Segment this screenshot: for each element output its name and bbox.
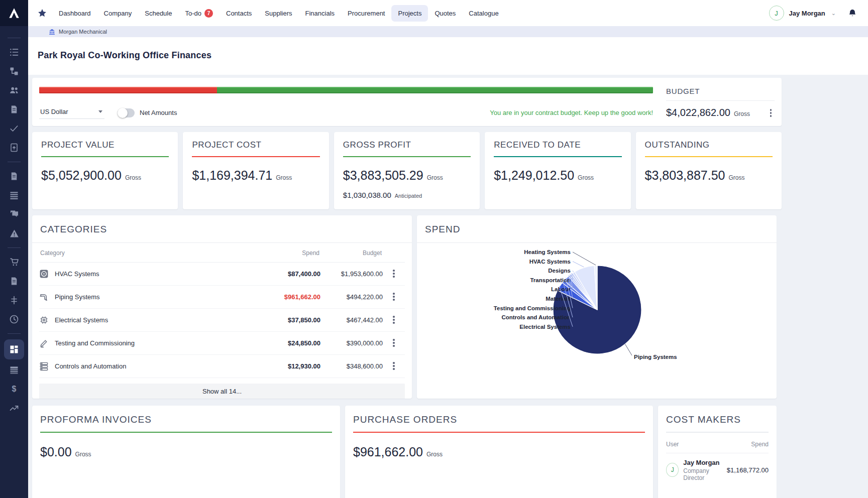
kpi-suffix: Gross [125,174,141,181]
top-navigation: DashboardCompanyScheduleTo-do7ContactsSu… [28,0,868,26]
chat-icon [9,209,20,219]
col-category: Category [40,250,259,257]
sidebar-item-table[interactable] [4,362,24,378]
categories-table-header: Category Spend Budget [39,243,405,263]
kpi-secondary-row: $1,030,038.00Anticipated [343,191,471,199]
budget-card: US Dollar Net Amounts You are in your co… [32,78,782,126]
row-kebab-menu[interactable] [390,268,398,280]
category-row-hvac-systems: HVAC Systems$87,400.00$1,953,600.00 [39,263,405,286]
sidebar-item-clock[interactable] [4,312,24,327]
pie-label-piping-systems: Piping Systems [634,354,677,360]
sidebar-item-document[interactable] [4,102,24,117]
sidebar-item-chat[interactable] [4,207,24,222]
spend-pie-chart: Heating SystemsHVAC SystemsDesignsTransp… [417,243,777,397]
nav-item-procurement[interactable]: Procurement [341,5,391,22]
controls-icon [39,361,49,371]
kpi-value: $5,052,900.00 [41,168,122,183]
sidebar-item-dashboard[interactable] [4,339,24,359]
electrical-icon [39,315,49,325]
nav-item-financials[interactable]: Financials [299,5,342,22]
nav-item-quotes[interactable]: Quotes [428,5,462,22]
nav-item-to-do[interactable]: To-do7 [178,5,220,22]
category-name: HVAC Systems [55,270,99,278]
kpi-accent-underline [343,156,471,157]
dashboard-icon [9,344,19,354]
sidebar-divider [8,38,21,38]
row-kebab-menu[interactable] [390,314,398,326]
sidebar-item-dollar[interactable]: $ [4,382,24,397]
category-name-cell: Electrical Systems [39,315,260,325]
cost-makers-header: User Spend [666,441,769,453]
kpi-value-row: $1,169,394.71Gross [192,168,319,183]
col-user-spend: Spend [751,441,769,448]
workflow-icon [9,66,19,76]
notifications-bell-icon[interactable] [848,9,857,18]
categories-card: CATEGORIES Category Spend Budget HVAC Sy… [32,215,412,399]
sidebar-item-check[interactable] [4,121,24,136]
currency-select[interactable]: US Dollar [39,107,104,119]
kpi-label: PROJECT COST [192,140,319,150]
row-kebab-menu[interactable] [390,360,398,372]
sidebar-item-list[interactable] [4,45,24,60]
category-name-cell: Controls and Automation [39,361,260,371]
nav-item-company[interactable]: Company [97,5,139,22]
row-kebab-menu[interactable] [390,291,398,303]
sidebar-item-warning[interactable] [4,226,24,241]
sidebar-item-rows[interactable] [4,188,24,203]
nav-item-dashboard[interactable]: Dashboard [52,5,97,22]
favorite-star-icon[interactable] [37,8,47,18]
kpi-value-row: $3,803,887.50Gross [645,168,773,183]
testing-icon [39,338,49,348]
budget-status-message: You are in your contract budget. Keep up… [490,109,653,116]
user-menu[interactable]: Jay Morgan [789,10,825,17]
kpi-label: OUTSTANDING [645,140,773,150]
kpi-card-project-cost: PROJECT COST$1,169,394.71Gross [183,132,329,209]
nav-item-contacts[interactable]: Contacts [220,5,258,22]
trend-icon [9,403,19,413]
nav-item-projects[interactable]: Projects [391,5,428,22]
sidebar-item-adjust[interactable] [4,293,24,308]
budget-kebab-menu[interactable] [767,107,775,119]
category-budget: $390,000.00 [320,339,383,347]
cost-maker-name: Jay Morgan [683,459,727,466]
kpi-value-row: $5,052,900.00Gross [41,168,169,183]
breadcrumb-company[interactable]: Morgan Mechanical [59,29,107,35]
row-kebab-menu[interactable] [390,337,398,349]
sidebar-item-document[interactable] [4,274,24,289]
breadcrumb: Morgan Mechanical [28,26,868,37]
app-logo[interactable] [0,0,28,26]
sidebar-item-users[interactable] [4,83,24,98]
purchase-orders-value: $961,662.00 [353,445,423,459]
sidebar-item-document[interactable] [4,169,24,184]
show-all-button[interactable]: Show all 14... [39,384,405,399]
kpi-secondary-value: $1,030,038.00 [343,191,391,199]
kpi-card-gross-profit: GROSS PROFIT$3,883,505.29Gross$1,030,038… [334,132,480,209]
kpi-card-project-value: PROJECT VALUE$5,052,900.00Gross [32,132,178,209]
company-bank-icon [49,29,55,35]
nav-item-suppliers[interactable]: Suppliers [258,5,298,22]
sidebar-item-file-upload[interactable] [4,140,24,155]
proforma-suffix: Gross [75,451,91,458]
nav-item-schedule[interactable]: Schedule [138,5,178,22]
sidebar-item-cart[interactable] [4,255,24,270]
kpi-accent-underline [192,156,319,157]
kpi-card-received-to-date: RECEIVED TO DATE$1,249,012.50Gross [485,132,630,209]
nav-item-label: Contacts [226,10,252,17]
nav-item-label: Schedule [145,10,172,17]
nav-item-catalogue[interactable]: Catalogue [462,5,505,22]
net-amounts-toggle[interactable] [118,108,135,117]
kpi-suffix: Gross [276,174,292,181]
spend-title: SPEND [425,224,460,234]
avatar[interactable]: J [769,6,784,21]
purchase-orders-suffix: Gross [426,451,443,458]
nav-item-label: Catalogue [469,10,498,17]
kpi-secondary-suffix: Anticipated [395,193,422,199]
sidebar-divider [8,333,21,334]
sidebar-item-workflow[interactable] [4,64,24,79]
brand-a-icon [8,7,21,20]
kpi-suffix: Gross [728,174,744,181]
kpi-label: GROSS PROFIT [343,140,471,150]
budget-label: BUDGET [666,87,775,95]
pie-label-hvac-systems: HVAC Systems [529,258,571,264]
sidebar-item-trend[interactable] [4,401,24,416]
